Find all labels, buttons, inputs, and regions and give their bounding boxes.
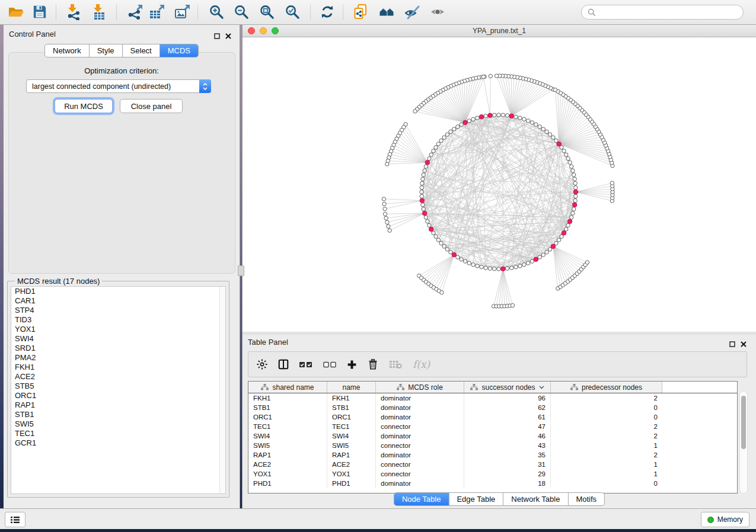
table-cell[interactable]: STB1 xyxy=(248,403,327,412)
table-cell[interactable]: dominator xyxy=(376,393,464,403)
table-scrollbar-thumb[interactable] xyxy=(741,396,746,449)
mcds-result-item[interactable]: SRD1 xyxy=(11,344,225,353)
table-cell[interactable]: 96 xyxy=(464,393,551,403)
mcds-result-item[interactable]: STP4 xyxy=(11,306,225,315)
zoom-selected-button[interactable] xyxy=(283,3,302,21)
table-cell[interactable]: 62 xyxy=(464,403,551,412)
table-cell[interactable]: 61 xyxy=(464,412,551,422)
table-cell[interactable]: 0 xyxy=(551,479,662,488)
table-cell[interactable]: dominator xyxy=(376,450,464,460)
column-layout-icon[interactable] xyxy=(278,359,289,370)
table-cell[interactable]: 46 xyxy=(464,431,551,441)
table-row[interactable]: RAP1RAP1dominator352 xyxy=(248,450,737,460)
table-cell[interactable]: 2 xyxy=(551,393,662,403)
table-cell[interactable]: dominator xyxy=(376,403,464,412)
table-row[interactable]: YOX1YOX1connector291 xyxy=(248,469,737,479)
import-network-button[interactable] xyxy=(64,3,83,21)
delete-column-icon[interactable] xyxy=(368,358,378,370)
table-cell[interactable]: RAP1 xyxy=(248,450,327,460)
float-panel-icon[interactable] xyxy=(729,339,735,350)
table-cell[interactable]: PHD1 xyxy=(327,479,376,488)
zoom-in-button[interactable] xyxy=(207,3,226,21)
run-mcds-button[interactable]: Run MCDS xyxy=(55,99,113,113)
table-cell[interactable]: connector xyxy=(376,460,464,469)
open-session-button[interactable] xyxy=(7,3,25,21)
table-row[interactable]: ORC1ORC1dominator610 xyxy=(248,412,737,422)
table-cell[interactable]: YOX1 xyxy=(248,469,327,479)
close-panel-icon[interactable] xyxy=(741,339,747,350)
table-cell[interactable]: dominator xyxy=(376,431,464,441)
column-header-mcds-role[interactable]: MCDS role xyxy=(376,382,464,393)
mcds-result-item[interactable]: SWI5 xyxy=(11,419,225,429)
table-row[interactable]: PHD1PHD1dominator180 xyxy=(248,479,737,488)
mcds-result-item[interactable]: SWI4 xyxy=(11,334,225,344)
table-cell[interactable]: 29 xyxy=(464,469,551,479)
table-row[interactable]: STB1STB1dominator620 xyxy=(248,403,737,412)
mcds-result-item[interactable]: TID3 xyxy=(11,315,225,325)
mcds-result-item[interactable]: STB1 xyxy=(11,410,225,419)
mcds-result-item[interactable]: RAP1 xyxy=(11,400,225,410)
table-row[interactable]: SWI4SWI4dominator462 xyxy=(248,431,737,441)
first-neighbors-button[interactable] xyxy=(377,3,396,21)
hide-selected-button[interactable] xyxy=(403,3,422,21)
tab-network-table[interactable]: Network Table xyxy=(503,493,567,505)
table-cell[interactable]: connector xyxy=(376,469,464,479)
tab-edge-table[interactable]: Edge Table xyxy=(448,493,503,505)
table-cell[interactable]: SWI5 xyxy=(327,441,376,450)
column-header-shared-name[interactable]: shared name xyxy=(248,382,327,393)
table-cell[interactable]: 2 xyxy=(551,422,662,431)
table-scrollbar[interactable] xyxy=(739,391,748,493)
network-canvas[interactable] xyxy=(243,37,755,332)
save-session-button[interactable] xyxy=(30,3,49,21)
tab-motifs[interactable]: Motifs xyxy=(567,493,604,505)
table-cell[interactable]: SWI4 xyxy=(327,431,376,441)
table-cell[interactable]: ACE2 xyxy=(327,460,376,469)
table-cell[interactable]: YOX1 xyxy=(327,469,376,479)
tab-style[interactable]: Style xyxy=(89,44,122,57)
tab-node-table[interactable]: Node Table xyxy=(394,493,449,505)
search-input[interactable] xyxy=(599,8,737,17)
mcds-result-item[interactable]: TEC1 xyxy=(11,429,225,438)
memory-button[interactable]: Memory xyxy=(701,512,749,527)
table-cell[interactable]: connector xyxy=(376,441,464,450)
table-cell[interactable]: PHD1 xyxy=(248,479,327,488)
criterion-dropdown[interactable]: largest connected component (undirected) xyxy=(26,79,211,93)
refresh-button[interactable] xyxy=(318,3,337,21)
mcds-result-item[interactable]: PMA2 xyxy=(11,353,225,363)
table-cell[interactable]: 43 xyxy=(464,441,551,450)
mcds-result-item[interactable]: GCR1 xyxy=(11,438,225,448)
table-row[interactable]: ACE2ACE2connector311 xyxy=(248,460,737,469)
table-cell[interactable]: TEC1 xyxy=(248,422,327,431)
close-panel-icon[interactable] xyxy=(225,31,231,41)
column-header-predecessor-nodes[interactable]: predecessor nodes xyxy=(551,382,662,393)
table-row[interactable]: TEC1TEC1connector472 xyxy=(248,422,737,431)
table-cell[interactable]: 1 xyxy=(551,469,662,479)
table-cell[interactable]: 2 xyxy=(551,431,662,441)
select-all-icon[interactable] xyxy=(299,361,312,368)
table-cell[interactable]: SWI5 xyxy=(248,441,327,450)
mcds-result-item[interactable]: CAR1 xyxy=(11,296,225,306)
zoom-out-button[interactable] xyxy=(232,3,251,21)
deselect-all-icon[interactable] xyxy=(323,361,336,368)
vertical-splitter-handle[interactable] xyxy=(238,265,244,276)
table-cell[interactable]: FKH1 xyxy=(327,393,376,403)
table-cell[interactable]: ORC1 xyxy=(327,412,376,422)
table-cell[interactable]: connector xyxy=(376,422,464,431)
table-cell[interactable]: 47 xyxy=(464,422,551,431)
table-cell[interactable]: SWI4 xyxy=(248,431,327,441)
table-cell[interactable]: RAP1 xyxy=(327,450,376,460)
tab-mcds[interactable]: MCDS xyxy=(160,44,198,57)
import-table-button[interactable] xyxy=(90,3,109,21)
table-cell[interactable]: 0 xyxy=(551,403,662,412)
show-all-button[interactable] xyxy=(428,3,447,21)
tab-select[interactable]: Select xyxy=(122,44,160,57)
table-cell[interactable]: STB1 xyxy=(327,403,376,412)
table-cell[interactable]: 1 xyxy=(551,460,662,469)
settings-gear-icon[interactable] xyxy=(257,359,267,370)
table-cell[interactable]: 35 xyxy=(464,450,551,460)
table-cell[interactable]: 0 xyxy=(551,412,662,422)
mcds-result-item[interactable]: PHD1 xyxy=(11,287,225,296)
column-header-name[interactable]: name xyxy=(327,382,376,393)
table-cell[interactable]: 2 xyxy=(551,450,662,460)
add-column-icon[interactable] xyxy=(347,360,357,370)
